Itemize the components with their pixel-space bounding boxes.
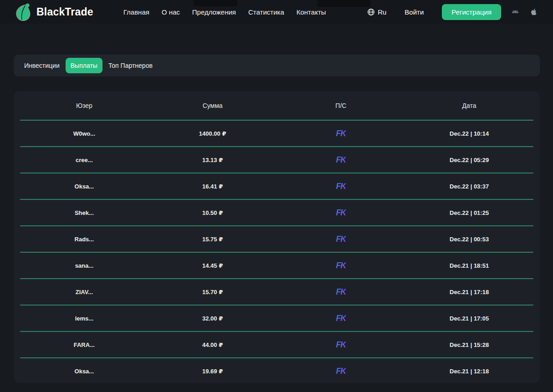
- table-row: ZIAV... 15.70 ₽ FK Dec.21 | 17:18: [20, 279, 533, 305]
- column-header-date: Дата: [405, 102, 533, 109]
- cell-date: Dec.22 | 01:25: [405, 209, 533, 216]
- table-row: cree... 13.13 ₽ FK Dec.22 | 05:29: [20, 147, 533, 173]
- table-row: Oksa... 19.69 ₽ FK Dec.21 | 12:18: [20, 358, 533, 384]
- nav-link-statistics[interactable]: Статистика: [248, 8, 284, 16]
- cell-date: Dec.21 | 17:18: [405, 289, 533, 295]
- cell-date: Dec.21 | 15:28: [405, 341, 533, 348]
- tab-top-partners[interactable]: Топ Партнеров: [103, 58, 158, 73]
- nav-link-offers[interactable]: Предложения: [192, 8, 236, 16]
- header-right: Ru Войти Регистрация: [367, 4, 538, 20]
- table-row: Rads... 15.75 ₽ FK Dec.22 | 00:53: [20, 226, 533, 252]
- cell-date: Dec.22 | 03:37: [405, 183, 533, 190]
- fkwallet-icon: FK: [336, 261, 346, 270]
- cell-date: Dec.22 | 00:53: [405, 236, 533, 243]
- cell-user: Shek...: [20, 209, 148, 216]
- fkwallet-icon: FK: [336, 367, 346, 376]
- fkwallet-icon: FK: [336, 340, 346, 350]
- table-header-row: Юзер Сумма П/С Дата: [20, 91, 533, 120]
- cell-user: sana...: [20, 262, 148, 269]
- table-row: Oksa... 16.41 ₽ FK Dec.22 | 03:37: [20, 173, 533, 199]
- cell-date: Dec.22 | 05:29: [405, 157, 533, 163]
- tab-payouts[interactable]: Выплаты: [66, 58, 102, 73]
- column-header-amount: Сумма: [148, 102, 277, 109]
- apple-icon[interactable]: [529, 7, 538, 16]
- fkwallet-icon: FK: [336, 234, 346, 244]
- cell-user: cree...: [20, 157, 148, 163]
- column-header-ps: П/С: [277, 102, 405, 109]
- cell-user: ZIAV...: [20, 289, 148, 295]
- column-header-user: Юзер: [20, 102, 148, 109]
- fkwallet-icon: FK: [336, 287, 346, 297]
- leaf-logo-icon: [13, 1, 33, 22]
- cell-date: Dec.21 | 18:51: [405, 262, 533, 269]
- header-shadow-box: [317, 0, 370, 7]
- table-row: Shek... 10.50 ₽ FK Dec.22 | 01:25: [20, 200, 533, 225]
- fkwallet-icon: FK: [336, 129, 346, 138]
- main-nav: Главная О нас Предложения Статистика Кон…: [123, 8, 326, 16]
- brand-name: BlackTrade: [36, 6, 93, 18]
- table-row: FARA... 44.00 ₽ FK Dec.21 | 15:28: [20, 332, 533, 357]
- language-label: Ru: [378, 8, 386, 16]
- register-button[interactable]: Регистрация: [442, 4, 501, 20]
- header-shadow-box: [194, 0, 237, 6]
- fkwallet-icon: FK: [336, 208, 346, 218]
- tab-investments[interactable]: Инвестиции: [19, 58, 65, 73]
- table-row: lems... 32.00 ₽ FK Dec.21 | 17:05: [20, 305, 533, 331]
- cell-user: FARA...: [20, 341, 148, 348]
- table-row: W0wo... 1400.00 ₽ FK Dec.22 | 10:14: [20, 121, 533, 146]
- cell-amount: 16.41 ₽: [148, 183, 277, 190]
- cell-amount: 13.13 ₽: [148, 157, 277, 163]
- cell-amount: 15.70 ₽: [148, 289, 277, 295]
- nav-link-about[interactable]: О нас: [162, 8, 180, 16]
- cell-user: Rads...: [20, 236, 148, 243]
- fkwallet-icon: FK: [336, 182, 346, 191]
- table-row: sana... 14.45 ₽ FK Dec.21 | 18:51: [20, 253, 533, 278]
- cell-date: Dec.22 | 10:14: [405, 130, 533, 137]
- login-link[interactable]: Войти: [405, 8, 424, 16]
- brand-logo[interactable]: BlackTrade: [13, 1, 93, 22]
- tab-bar: Инвестиции Выплаты Топ Партнеров: [14, 55, 540, 76]
- cell-amount: 1400.00 ₽: [148, 130, 277, 137]
- payouts-table: Юзер Сумма П/С Дата W0wo... 1400.00 ₽ FK…: [14, 91, 540, 383]
- cell-amount: 32.00 ₽: [148, 315, 277, 322]
- nav-link-home[interactable]: Главная: [123, 8, 149, 16]
- site-header: BlackTrade Главная О нас Предложения Ста…: [0, 0, 553, 24]
- cell-amount: 15.75 ₽: [148, 236, 277, 243]
- cell-date: Dec.21 | 17:05: [405, 315, 533, 322]
- android-icon[interactable]: [511, 7, 520, 16]
- cell-user: Oksa...: [20, 368, 148, 375]
- language-switcher[interactable]: Ru: [367, 8, 386, 16]
- fkwallet-icon: FK: [336, 314, 346, 323]
- fkwallet-icon: FK: [336, 155, 346, 165]
- cell-amount: 19.69 ₽: [148, 368, 277, 375]
- cell-amount: 44.00 ₽: [148, 341, 277, 348]
- globe-icon: [367, 8, 375, 16]
- cell-user: W0wo...: [20, 130, 148, 137]
- cell-user: lems...: [20, 315, 148, 322]
- cell-amount: 14.45 ₽: [148, 262, 277, 269]
- cell-amount: 10.50 ₽: [148, 209, 277, 216]
- cell-user: Oksa...: [20, 183, 148, 190]
- cell-date: Dec.21 | 12:18: [405, 368, 533, 375]
- nav-link-contacts[interactable]: Контакты: [297, 8, 326, 16]
